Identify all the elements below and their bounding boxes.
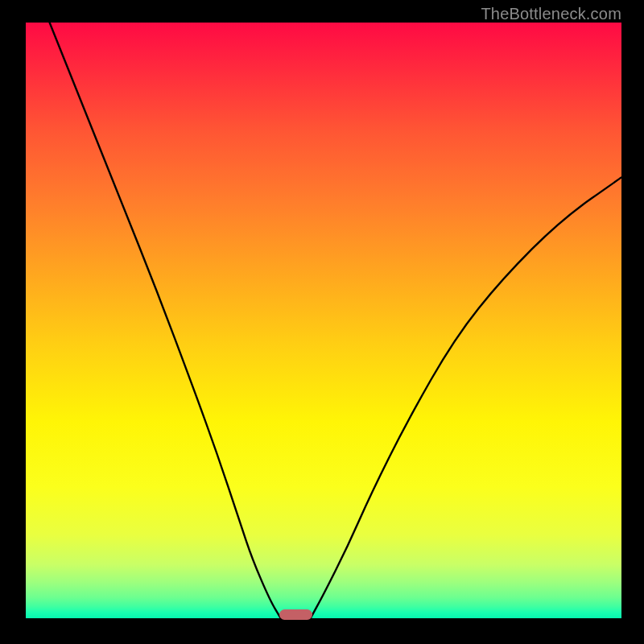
watermark-text: TheBottleneck.com: [481, 5, 621, 23]
left-curve: [50, 23, 281, 618]
right-curve: [311, 177, 621, 618]
curve-layer: [26, 23, 621, 618]
bottleneck-marker: [279, 609, 312, 620]
plot-area: [26, 23, 621, 618]
chart-frame: TheBottleneck.com: [0, 0, 644, 644]
